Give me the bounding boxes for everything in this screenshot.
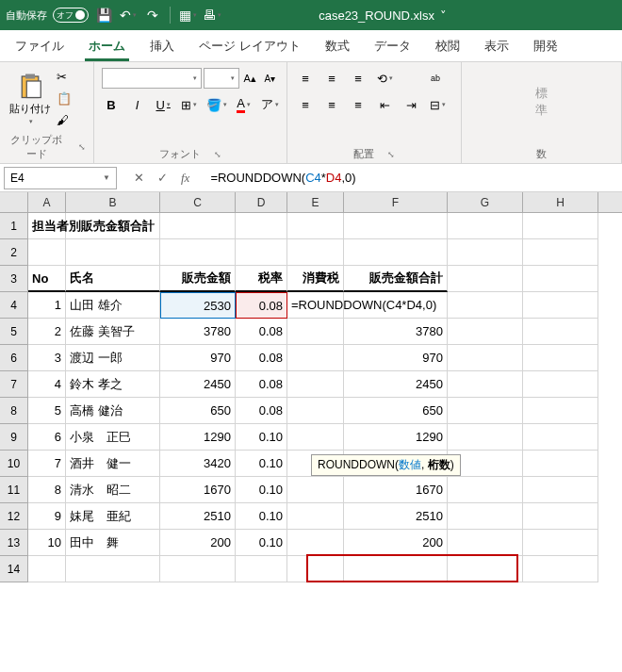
cell[interactable]: No xyxy=(28,266,66,292)
cell[interactable]: 2 xyxy=(28,319,66,345)
row-header-1[interactable]: 1 xyxy=(0,213,28,239)
row-header-2[interactable]: 2 xyxy=(0,239,28,266)
fill-color-icon[interactable]: 🪣▾ xyxy=(206,94,227,115)
indent-decrease-icon[interactable]: ⇤ xyxy=(374,94,395,115)
cancel-icon[interactable]: ✕ xyxy=(134,171,144,185)
cell[interactable]: 小泉 正巳 xyxy=(66,424,160,451)
align-bottom-icon[interactable]: ≡ xyxy=(348,68,368,89)
bold-button[interactable]: B xyxy=(102,94,121,115)
tab-view[interactable]: 表示 xyxy=(481,31,513,61)
col-header-G[interactable]: G xyxy=(448,192,523,212)
cell[interactable]: 氏名 xyxy=(66,266,160,292)
cell[interactable] xyxy=(287,319,344,345)
cell[interactable]: 10 xyxy=(28,530,66,556)
row-header-12[interactable]: 12 xyxy=(0,503,28,530)
fx-icon[interactable]: fx xyxy=(181,171,189,186)
dialog-launcher-icon[interactable]: ⤡ xyxy=(387,150,395,159)
row-header-13[interactable]: 13 xyxy=(0,530,28,556)
col-header-H[interactable]: H xyxy=(523,192,598,212)
tab-data[interactable]: データ xyxy=(370,31,415,61)
redo-icon[interactable]: ↷ xyxy=(145,8,160,23)
cell[interactable] xyxy=(287,398,344,424)
number-format-icon[interactable]: 標準 xyxy=(535,85,548,119)
cell[interactable]: 0.10 xyxy=(236,503,287,530)
paste-button[interactable]: 貼り付け ▾ xyxy=(8,66,53,131)
file-name[interactable]: case23_ROUND.xlsx ˅ xyxy=(319,8,447,23)
row-header-5[interactable]: 5 xyxy=(0,319,28,345)
col-header-D[interactable]: D xyxy=(236,192,287,212)
cell[interactable]: 田中 舞 xyxy=(66,530,160,556)
col-header-E[interactable]: E xyxy=(287,192,344,212)
cell[interactable]: 0.10 xyxy=(236,477,287,503)
cell[interactable]: 渡辺 一郎 xyxy=(66,345,160,371)
cell[interactable]: 0.08 xyxy=(236,345,287,371)
tab-file[interactable]: ファイル xyxy=(11,31,68,61)
cut-icon[interactable]: ✂ xyxy=(57,70,72,84)
cell[interactable]: 税率 xyxy=(236,266,287,292)
align-left-icon[interactable]: ≡ xyxy=(295,94,316,115)
wrap-text-icon[interactable]: ab xyxy=(425,68,446,89)
cell[interactable]: 0.10 xyxy=(236,530,287,556)
cell[interactable]: 0.08 xyxy=(236,319,287,345)
cell[interactable]: 7 xyxy=(28,451,66,477)
cell[interactable]: 0.10 xyxy=(236,424,287,451)
cell[interactable]: 970 xyxy=(344,345,448,371)
formula-bar[interactable]: =ROUNDDOWN(C4*D4,0) xyxy=(203,171,622,185)
merge-icon[interactable]: ⊟▾ xyxy=(427,94,448,115)
cell[interactable]: 妹尾 亜紀 xyxy=(66,503,160,530)
cell[interactable]: 1290 xyxy=(344,424,448,451)
cell[interactable]: 2530 xyxy=(160,292,236,319)
align-right-icon[interactable]: ≡ xyxy=(348,94,368,115)
print-icon[interactable]: 🖶▾ xyxy=(205,8,220,23)
cell[interactable]: 6 xyxy=(28,424,66,451)
align-top-icon[interactable]: ≡ xyxy=(295,68,316,89)
decrease-font-icon[interactable]: A▾ xyxy=(261,68,279,89)
undo-icon[interactable]: ↶▾ xyxy=(121,8,136,23)
align-center-icon[interactable]: ≡ xyxy=(321,94,342,115)
macro-icon[interactable]: ▦▾ xyxy=(180,8,195,23)
row-header-10[interactable]: 10 xyxy=(0,451,28,477)
cell[interactable]: 5 xyxy=(28,398,66,424)
row-header-11[interactable]: 11 xyxy=(0,477,28,503)
cell[interactable]: 0.08 xyxy=(236,398,287,424)
function-tooltip[interactable]: ROUNDDOWN(数値, 桁数) xyxy=(311,454,461,476)
tab-insert[interactable]: 挿入 xyxy=(146,31,178,61)
cell[interactable]: 4 xyxy=(28,371,66,398)
cell[interactable]: 2450 xyxy=(344,371,448,398)
cell[interactable]: 担当者別販売金額合計 xyxy=(28,213,66,239)
cell[interactable]: 消費税 xyxy=(287,266,344,292)
cell[interactable] xyxy=(287,345,344,371)
cell[interactable]: 200 xyxy=(344,530,448,556)
cell[interactable]: 清水 昭二 xyxy=(66,477,160,503)
cell[interactable]: 2510 xyxy=(160,503,236,530)
cell[interactable]: 0.10 xyxy=(236,451,287,477)
col-header-B[interactable]: B xyxy=(66,192,160,212)
col-header-C[interactable]: C xyxy=(160,192,236,212)
row-header-6[interactable]: 6 xyxy=(0,345,28,371)
cell[interactable]: 高橋 健治 xyxy=(66,398,160,424)
cell[interactable]: =ROUNDDOWN(C4*D4,0) xyxy=(287,292,344,319)
col-header-A[interactable]: A xyxy=(28,192,66,212)
phonetic-icon[interactable]: ア▾ xyxy=(260,94,279,115)
cell[interactable]: 山田 雄介 xyxy=(66,292,160,319)
cell[interactable] xyxy=(287,371,344,398)
cell[interactable] xyxy=(287,477,344,503)
cell[interactable]: 1290 xyxy=(160,424,236,451)
tab-dev[interactable]: 開発 xyxy=(530,31,562,61)
save-icon[interactable]: 💾 xyxy=(96,8,111,23)
autosave-toggle[interactable]: 自動保存 オフ xyxy=(6,8,89,23)
cell[interactable]: 1670 xyxy=(160,477,236,503)
row-header-4[interactable]: 4 xyxy=(0,292,28,319)
cell[interactable] xyxy=(287,530,344,556)
underline-button[interactable]: U▾ xyxy=(154,94,172,115)
select-all-corner[interactable] xyxy=(0,192,28,212)
cell[interactable]: 9 xyxy=(28,503,66,530)
cell[interactable]: 970 xyxy=(160,345,236,371)
cell[interactable]: 0.08 xyxy=(236,292,287,319)
cell[interactable]: 650 xyxy=(160,398,236,424)
cell[interactable]: 酒井 健一 xyxy=(66,451,160,477)
name-box[interactable]: E4 ▼ xyxy=(4,167,117,189)
cell[interactable]: 販売金額合計 xyxy=(344,266,448,292)
tab-pagelayout[interactable]: ページ レイアウト xyxy=(195,31,304,61)
cell[interactable]: 鈴木 孝之 xyxy=(66,371,160,398)
